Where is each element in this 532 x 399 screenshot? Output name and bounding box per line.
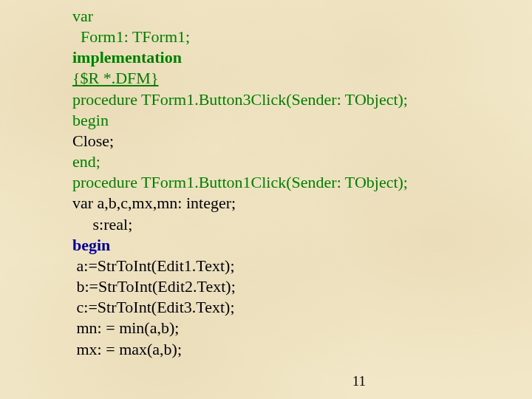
code-line: a:=StrToInt(Edit1.Text); xyxy=(72,256,517,276)
code-line: end; xyxy=(72,151,517,172)
code-line: procedure TForm1.Button1Click(Sender: TO… xyxy=(72,172,517,193)
code-block: var Form1: TForm1; implementation {$R *.… xyxy=(72,6,517,360)
code-line: var a,b,c,mx,mn: integer; xyxy=(72,193,517,214)
code-line: Close; xyxy=(72,131,517,151)
code-line: {$R *.DFM} xyxy=(72,68,517,89)
code-line: implementation xyxy=(72,47,517,68)
code-line: b:=StrToInt(Edit2.Text); xyxy=(72,276,517,297)
code-line: begin xyxy=(72,235,517,256)
page-number: 11 xyxy=(352,372,366,390)
code-line: s:real; xyxy=(72,214,517,235)
code-line: procedure TForm1.Button3Click(Sender: TO… xyxy=(72,89,517,110)
code-line: Form1: TForm1; xyxy=(72,27,517,47)
code-line: mx: = max(a,b); xyxy=(72,339,517,360)
code-line: c:=StrToInt(Edit3.Text); xyxy=(72,297,517,318)
code-line: begin xyxy=(72,110,517,131)
code-line: mn: = min(a,b); xyxy=(72,318,517,338)
code-line: var xyxy=(72,6,517,27)
